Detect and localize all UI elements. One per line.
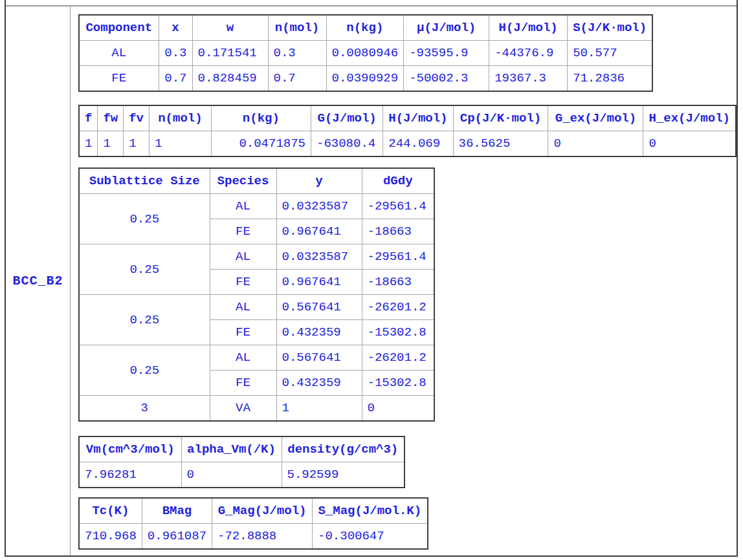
table-cell: -29561.4	[362, 194, 434, 219]
column-header: BMag	[142, 498, 212, 524]
table-cell: 0.3	[268, 41, 326, 66]
column-header: S_Mag(J/mol.K)	[313, 498, 428, 524]
table-cell: -50002.3	[404, 66, 489, 92]
table-cell: -72.8888	[212, 524, 313, 550]
column-header: S(J/K·mol)	[568, 15, 653, 41]
table-cell: 5.92599	[282, 462, 405, 488]
table-cell: -18663	[362, 270, 434, 295]
table-cell: 0.432359	[276, 320, 362, 345]
table-cell: 0.0390929	[326, 66, 404, 92]
column-header: Cp(J/K·mol)	[453, 105, 548, 131]
column-header: Vm(cm^3/mol)	[79, 436, 181, 462]
column-header: H(J/mol)	[489, 15, 568, 41]
table-cell: 0.7	[268, 66, 326, 92]
table-cell: 0.25	[79, 194, 210, 244]
table-cell: 7.96281	[79, 462, 181, 488]
table-cell: FE	[210, 219, 276, 244]
table-cell: 1	[79, 131, 98, 157]
table-cell: 3	[79, 396, 210, 422]
table-cell: 0.7	[159, 66, 192, 92]
table-cell: 0.961087	[142, 524, 212, 550]
table-header-row: ffwfvn(mol)n(kg)G(J/mol)H(J/mol)Cp(J/K·m…	[79, 105, 736, 131]
column-header: n(mol)	[268, 15, 326, 41]
table-cell: 0.828459	[192, 66, 268, 92]
table-row: 0.25AL0.0323587-29561.4	[79, 194, 434, 219]
column-header: y	[276, 168, 362, 194]
sublattice-table: Sublattice SizeSpeciesydGdy0.25AL0.03235…	[78, 167, 435, 422]
column-header: alpha_Vm(/K)	[181, 436, 282, 462]
column-header: G_ex(J/mol)	[548, 105, 643, 131]
table-cell: FE	[79, 66, 159, 92]
column-header: x	[159, 15, 192, 41]
table-cell: 0.967641	[276, 270, 362, 295]
column-header: Species	[210, 168, 276, 194]
table-header-row: Tc(K)BMagG_Mag(J/mol)S_Mag(J/mol.K)	[79, 498, 428, 524]
table-cell: 0.567641	[276, 345, 362, 371]
column-header: fw	[98, 105, 124, 131]
table-cell: 36.5625	[453, 131, 548, 157]
table-cell: 0	[643, 131, 736, 157]
table-cell: AL	[210, 194, 276, 219]
column-header: Component	[79, 15, 159, 41]
column-header: n(kg)	[326, 15, 404, 41]
components-table: Componentxwn(mol)n(kg)μ(J/mol)H(J/mol)S(…	[78, 14, 653, 92]
table-header-row: Vm(cm^3/mol)alpha_Vm(/K)density(g/cm^3)	[79, 436, 405, 462]
table-row: AL0.30.1715410.30.0080946-93595.9-44376.…	[79, 41, 652, 66]
table-row: 3VA10	[79, 396, 434, 422]
column-header: G_Mag(J/mol)	[212, 498, 313, 524]
table-cell: 71.2836	[568, 66, 653, 92]
table-cell: 0.3	[159, 41, 192, 66]
table-cell: -15302.8	[362, 371, 434, 396]
table-row: 0.25AL0.0323587-29561.4	[79, 244, 434, 270]
table-cell: -63080.4	[311, 131, 383, 157]
table-cell: 1	[98, 131, 124, 157]
table-cell: -29561.4	[362, 244, 434, 270]
column-header: f	[79, 105, 98, 131]
table-row: 710.9680.961087-72.8888-0.300647	[79, 524, 428, 550]
table-cell: 0.171541	[192, 41, 268, 66]
table-cell: AL	[210, 244, 276, 270]
table-cell: -15302.8	[362, 320, 434, 345]
table-cell: 0.25	[79, 244, 210, 295]
table-header-row: Componentxwn(mol)n(kg)μ(J/mol)H(J/mol)S(…	[79, 15, 652, 41]
table-cell: 0.0323587	[276, 194, 362, 219]
column-header: H(J/mol)	[383, 105, 453, 131]
table-cell: 50.577	[568, 41, 653, 66]
table-cell: 0.25	[79, 295, 210, 345]
table-cell: 710.968	[79, 524, 142, 550]
table-cell: 0.432359	[276, 371, 362, 396]
table-cell: 0.567641	[276, 295, 362, 320]
table-cell: -26201.2	[362, 295, 434, 320]
column-header: n(kg)	[211, 105, 311, 131]
table-cell: AL	[79, 41, 159, 66]
column-header: density(g/cm^3)	[282, 436, 405, 462]
table-header-row: Sublattice SizeSpeciesydGdy	[79, 168, 434, 194]
table-cell: 1	[150, 131, 212, 157]
column-header: G(J/mol)	[311, 105, 383, 131]
table-cell: FE	[210, 270, 276, 295]
table-cell: 0	[362, 396, 434, 422]
phase-label: BCC_B2	[12, 274, 63, 288]
table-cell: 1	[124, 131, 150, 157]
column-header: Tc(K)	[79, 498, 142, 524]
table-cell: AL	[210, 345, 276, 371]
column-header: w	[192, 15, 268, 41]
table-cell: -18663	[362, 219, 434, 244]
table-cell: 0	[181, 462, 282, 488]
volume-table: Vm(cm^3/mol)alpha_Vm(/K)density(g/cm^3)7…	[78, 436, 405, 488]
table-cell: 0.25	[79, 345, 210, 396]
phase-summary-table: ffwfvn(mol)n(kg)G(J/mol)H(J/mol)Cp(J/K·m…	[78, 105, 737, 157]
table-cell: FE	[210, 320, 276, 345]
phase-tables-cell: Componentxwn(mol)n(kg)μ(J/mol)H(J/mol)S(…	[71, 6, 737, 555]
phase-name-cell: BCC_B2	[6, 6, 71, 555]
table-cell: -0.300647	[313, 524, 428, 550]
table-cell: -93595.9	[404, 41, 489, 66]
table-cell: -44376.9	[489, 41, 568, 66]
table-cell: 0.0471875	[211, 131, 311, 157]
table-cell: 244.069	[383, 131, 453, 157]
table-cell: 1	[276, 396, 362, 422]
table-row: 7.9628105.92599	[79, 462, 405, 488]
table-cell: FE	[210, 371, 276, 396]
table-row: 11110.0471875-63080.4244.06936.562500	[79, 131, 736, 157]
results-panel: BCC_B2 Componentxwn(mol)n(kg)μ(J/mol)H(J…	[5, 0, 738, 557]
